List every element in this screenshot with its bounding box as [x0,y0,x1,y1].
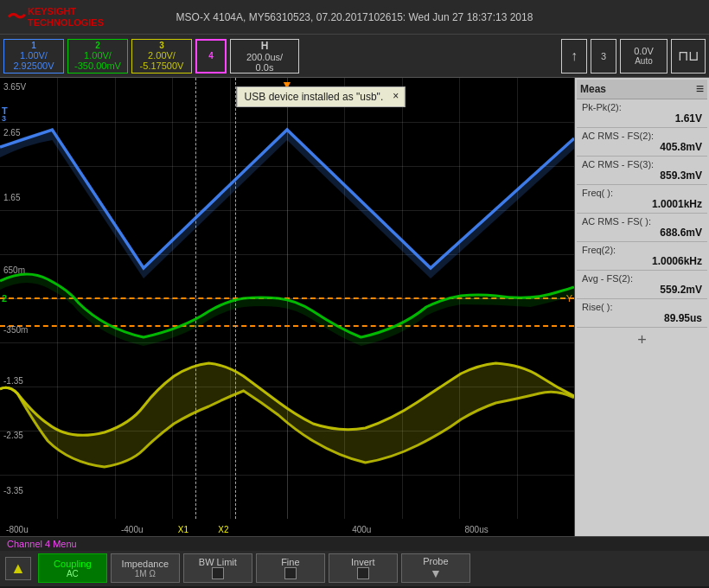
meas-label-5: Freq(2): [582,245,702,255]
probe-button[interactable]: Probe ▼ [401,553,470,583]
meas-label-1: AC RMS - FS(2): [582,131,702,141]
waveform-icon: ⊓⊔ [678,48,699,64]
meas-row-4: AC RMS - FS( ): 688.6mV [577,214,707,242]
cursor-x1-label: X1 [178,525,188,534]
ch3-num: 3 [159,41,164,50]
trigger-level: 0.0V [634,46,654,56]
channel-menu-title: Channel 4 Menu [0,537,709,551]
meas-header: Meas ≡ [577,80,707,99]
meas-row-1: AC RMS - FS(2): 405.8mV [577,128,707,157]
meas-add-button[interactable]: + [577,328,707,353]
x-label-1: -400u [121,525,144,534]
meas-row-7: Rise( ): 89.95us [577,299,707,328]
bwlimit-label: BW Limit [199,557,237,567]
meas-row-6: Avg - FS(2): 559.2mV [577,271,707,299]
ch2-offset: -350.00mV [74,61,121,71]
coupling-button[interactable]: Coupling AC [38,553,107,583]
meas-value-2: 859.3mV [582,169,702,182]
h-label: H [261,40,269,52]
ch3-scale: 2.00V/ [148,50,176,61]
meas-value-4: 688.6mV [582,227,702,239]
coupling-label: Coupling [54,559,91,569]
meas-value-3: 1.0001kHz [582,198,702,210]
channel-up-button[interactable]: ▲ [5,557,31,580]
trigger-arrow-icon: ↑ [571,48,578,64]
trigger-mode: Auto [635,56,653,66]
x-label-3: 800us [464,525,488,534]
scope-title: MSO-X 4104A, MY56310523, 07.20.201710261… [176,11,533,23]
scope-display: 3.65V 2.65 1.65 650m -350m -1.35 -2.35 -… [0,78,575,536]
x-label-2: 400u [352,525,371,534]
trigger-arrow-block[interactable]: ↑ [561,39,587,74]
channel-bar: 1 1.00V/ 2.92500V 2 1.00V/ -350.00mV 3 2… [0,35,709,78]
probe-label: Probe [423,556,448,566]
x-label-0: -800u [6,525,29,534]
meas-value-1: 405.8mV [582,141,702,153]
impedance-sub: 1M Ω [135,569,156,578]
meas-value-0: 1.61V [582,112,702,125]
ch2-num: 2 [95,41,100,50]
ch1-offset: 2.92500V [13,61,54,71]
meas-label-3: Freq( ): [582,188,702,198]
timebase-block[interactable]: H 200.0us/ 0.0s [230,39,299,74]
meas-label-0: Pk-Pk(2): [582,102,702,112]
waveform-svg [0,78,574,519]
channel-menu-buttons: ▲ Coupling AC Impedance 1M Ω BW Limit Fi… [0,551,709,585]
notification-text: USB device installed as "usb". [245,91,384,103]
meas-value-6: 559.2mV [582,284,702,296]
ch3-offset: -5.17500V [140,61,184,71]
logo-text: KEYSIGHT TECHNOLOGIES [28,6,104,27]
notification-close-button[interactable]: × [393,90,399,102]
ch1-num: 1 [31,41,36,50]
ch1-waveform [0,130,574,268]
bwlimit-button[interactable]: BW Limit [183,553,252,583]
timebase-offset: 0.0s [256,62,274,73]
meas-row-0: Pk-Pk(2): 1.61V [577,99,707,128]
ch3-fill [0,363,574,467]
fine-button[interactable]: Fine [256,553,325,583]
meas-value-7: 89.95us [582,312,702,324]
impedance-button[interactable]: Impedance 1M Ω [111,553,180,583]
ch1-fill [0,130,574,278]
probe-sub: ▼ [430,566,442,580]
header-bar: 〜 KEYSIGHT TECHNOLOGIES MSO-X 4104A, MY5… [0,0,709,35]
meas-row-3: Freq( ): 1.0001kHz [577,185,707,214]
keysight-logo: 〜 KEYSIGHT TECHNOLOGIES [7,4,104,30]
trigger-controls[interactable]: ⊓⊔ [671,39,706,74]
usb-notification: USB device installed as "usb". × [237,86,406,107]
bwlimit-sub [212,567,224,579]
meas-value-5: 1.0006kHz [582,255,702,267]
invert-button[interactable]: Invert [329,553,398,583]
channel-3-block[interactable]: 3 2.00V/ -5.17500V [131,39,192,74]
channel-menu: Channel 4 Menu ▲ Coupling AC Impedance 1… [0,536,709,586]
ch2-scale: 1.00V/ [84,50,112,61]
meas-icon: ≡ [696,81,704,97]
meas-label-7: Rise( ): [582,302,702,312]
logo-icon: 〜 [7,4,26,30]
main-area: 3.65V 2.65 1.65 650m -350m -1.35 -2.35 -… [0,78,709,536]
invert-label: Invert [351,557,375,567]
meas-label-6: Avg - FS(2): [582,273,702,284]
meas-title: Meas [580,83,606,95]
invert-sub [357,567,369,579]
timebase-scale: 200.0us/ [246,52,283,62]
cursor-x2-label: X2 [218,525,228,534]
trigger-level-block[interactable]: 0.0V Auto [620,39,667,74]
trigger-channel: 3 [601,51,606,61]
fine-label: Fine [281,557,299,567]
ch1-scale: 1.00V/ [20,50,48,61]
channel-4-block[interactable]: 4 [195,39,227,74]
meas-row-2: AC RMS - FS(3): 859.3mV [577,157,707,185]
impedance-label: Impedance [122,559,169,569]
ch4-num: 4 [208,51,214,61]
ch2-fill [0,274,574,346]
meas-label-4: AC RMS - FS( ): [582,216,702,227]
channel-1-block[interactable]: 1 1.00V/ 2.92500V [3,39,64,74]
meas-label-2: AC RMS - FS(3): [582,159,702,169]
coupling-sub: AC [67,569,79,578]
meas-row-5: Freq(2): 1.0006kHz [577,242,707,271]
channel-2-block[interactable]: 2 1.00V/ -350.00mV [67,39,128,74]
measurement-panel: Meas ≡ Pk-Pk(2): 1.61V AC RMS - FS(2): 4… [575,78,709,536]
fine-sub [284,567,297,579]
trigger-channel-block[interactable]: 3 [591,39,616,74]
